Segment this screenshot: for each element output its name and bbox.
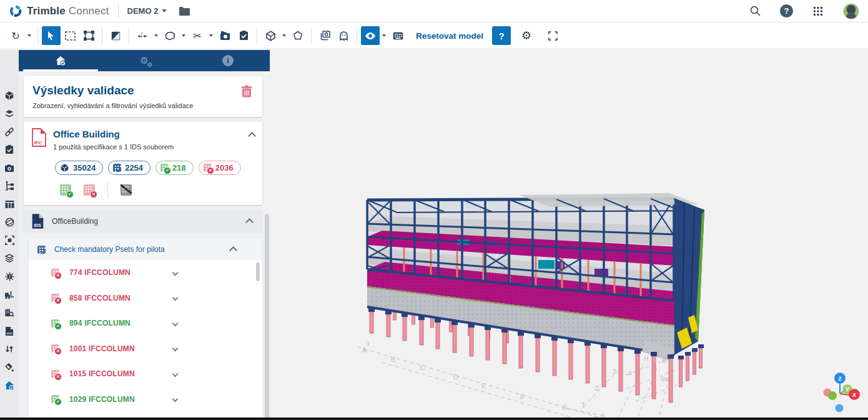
building-fail-filter[interactable]: [84, 184, 95, 196]
apps-grid-icon[interactable]: [811, 4, 826, 19]
ghost-icon[interactable]: [334, 26, 353, 45]
project-selector[interactable]: DEMO 2: [127, 6, 167, 16]
settings-gear-icon[interactable]: ⚙: [517, 26, 536, 45]
lasso-dropdown[interactable]: [179, 26, 188, 45]
search-icon[interactable]: [747, 4, 762, 19]
expand-chevron-icon[interactable]: [172, 396, 179, 402]
building-pass-icon: [51, 395, 59, 403]
orbit-dropdown[interactable]: [25, 26, 34, 45]
clash-warning-icon[interactable]: !: [0, 268, 19, 286]
folder-icon[interactable]: [177, 4, 192, 19]
checked-objects-badge[interactable]: 2254: [108, 161, 150, 175]
all-objects-badge[interactable]: 35024: [55, 161, 103, 175]
svg-text:a: a: [628, 369, 632, 376]
panel-scrollbar[interactable]: [264, 71, 270, 420]
failed-objects-badge[interactable]: 2036: [199, 161, 241, 175]
ids-file-row[interactable]: IDS OfficeBuilding: [24, 210, 262, 232]
result-row[interactable]: 1001 IFCCOLUMN: [29, 336, 262, 362]
marquee-select-icon[interactable]: [61, 26, 79, 45]
paint-bucket-icon[interactable]: [0, 358, 19, 376]
move-axis-icon[interactable]: x: [133, 26, 152, 45]
transform-select-icon[interactable]: [79, 26, 98, 45]
result-row[interactable]: 774 IFCCOLUMN: [29, 260, 262, 286]
specification-icon: [37, 246, 46, 254]
settings-tab[interactable]: ⚙: [102, 50, 186, 71]
result-row[interactable]: 894 IFCCOLUMN: [29, 311, 262, 336]
camera-views-icon[interactable]: [0, 159, 19, 177]
building-pass-filter[interactable]: [60, 184, 71, 196]
model-viewport[interactable]: A B C D E F G H J K 6 6a a 3 2 1 0: [270, 50, 868, 420]
expand-chevron-icon[interactable]: [172, 320, 179, 326]
ifc-file-icon: IFC: [31, 128, 47, 147]
collapse-chevron-icon[interactable]: [229, 246, 237, 254]
forklift-icon[interactable]: [0, 286, 19, 304]
pages-stack-icon[interactable]: [0, 249, 19, 268]
toolbar-help-button[interactable]: ?: [492, 26, 511, 45]
select-cursor-button[interactable]: [42, 26, 61, 45]
result-row[interactable]: 858 IFCCOLUMN: [29, 286, 262, 311]
zoom-focus-icon[interactable]: [0, 231, 19, 249]
cube-view-icon[interactable]: [261, 26, 280, 45]
help-icon[interactable]: ?: [780, 4, 793, 18]
keyboard-icon[interactable]: [388, 26, 407, 45]
info-tab[interactable]: i: [186, 50, 270, 71]
contrast-icon[interactable]: [106, 26, 125, 45]
visibility-dropdown[interactable]: [380, 26, 388, 45]
expand-chevron-icon[interactable]: [172, 346, 179, 352]
brand-name: Trimble Connect: [27, 5, 109, 18]
trimble-connect-app: Trimble Connect DEMO 2 ? ↻: [0, 0, 868, 420]
fullscreen-icon[interactable]: [543, 26, 562, 45]
user-avatar[interactable]: [843, 3, 859, 19]
building-hidden-filter[interactable]: [121, 184, 132, 196]
scissors-dropdown[interactable]: [207, 26, 215, 45]
reset-model-link[interactable]: Resetovat model: [416, 31, 483, 41]
nav-gizmo[interactable]: Y Z X: [834, 372, 860, 400]
collapse-chevron-icon[interactable]: [245, 218, 254, 226]
sphere-icon[interactable]: [0, 213, 19, 231]
lasso-icon[interactable]: [160, 26, 179, 45]
svg-text:G: G: [562, 404, 568, 411]
svg-text:x: x: [141, 32, 143, 35]
compare-swap-icon[interactable]: [0, 340, 19, 358]
building-fail-icon: [51, 344, 59, 352]
clipboard-check-icon[interactable]: [234, 26, 253, 45]
scissors-icon[interactable]: ✂: [188, 26, 207, 45]
summary-badges: 35024 2254 218 2036: [55, 161, 255, 175]
move-dropdown[interactable]: [152, 26, 160, 45]
csv-export-icon[interactable]: csv: [0, 322, 19, 340]
building-search-icon[interactable]: [0, 304, 19, 322]
hierarchy-tree-icon[interactable]: [0, 177, 19, 195]
passed-objects-badge[interactable]: 218: [155, 161, 194, 175]
expand-chevron-icon[interactable]: [172, 269, 179, 276]
models-cube-icon[interactable]: [0, 86, 19, 104]
delete-results-button[interactable]: [241, 85, 252, 100]
validation-home-tab[interactable]: [19, 50, 102, 71]
cube-dropdown[interactable]: [280, 26, 289, 45]
svg-text:X: X: [852, 392, 856, 398]
visibility-eye-button[interactable]: [361, 26, 380, 45]
specification-row[interactable]: Check mandatory Psets for pilota: [29, 239, 262, 260]
validation-home-icon[interactable]: [0, 376, 19, 394]
link-icon[interactable]: [0, 122, 19, 141]
collapse-chevron-icon[interactable]: [248, 132, 256, 140]
orbit-icon[interactable]: ↻: [6, 26, 25, 45]
todo-clipboard-icon[interactable]: [0, 141, 19, 159]
table-columns-icon[interactable]: [0, 195, 19, 213]
expand-chevron-icon[interactable]: [172, 371, 179, 377]
expand-chevron-icon[interactable]: [172, 295, 179, 301]
clipbox-icon[interactable]: [289, 26, 307, 45]
specification-name: Check mandatory Psets for pilota: [54, 245, 222, 254]
camera-capture-icon[interactable]: [215, 26, 234, 45]
trimble-connect-logo[interactable]: Trimble Connect: [9, 4, 109, 18]
image-stack-icon[interactable]: [315, 26, 334, 45]
info-icon: i: [222, 55, 234, 66]
layers-icon[interactable]: [0, 104, 19, 122]
result-row[interactable]: 1015 IFCCOLUMN: [29, 361, 262, 387]
result-row[interactable]: 1029 IFCCOLUMN: [29, 387, 262, 412]
svg-text:K: K: [662, 357, 666, 364]
list-scrollbar[interactable]: [256, 262, 260, 281]
svg-text:3: 3: [418, 323, 422, 330]
specification-card: Check mandatory Psets for pilota 774 IFC…: [29, 239, 262, 420]
gears-icon: ⚙: [140, 55, 148, 66]
svg-text:IDS: IDS: [34, 223, 41, 228]
